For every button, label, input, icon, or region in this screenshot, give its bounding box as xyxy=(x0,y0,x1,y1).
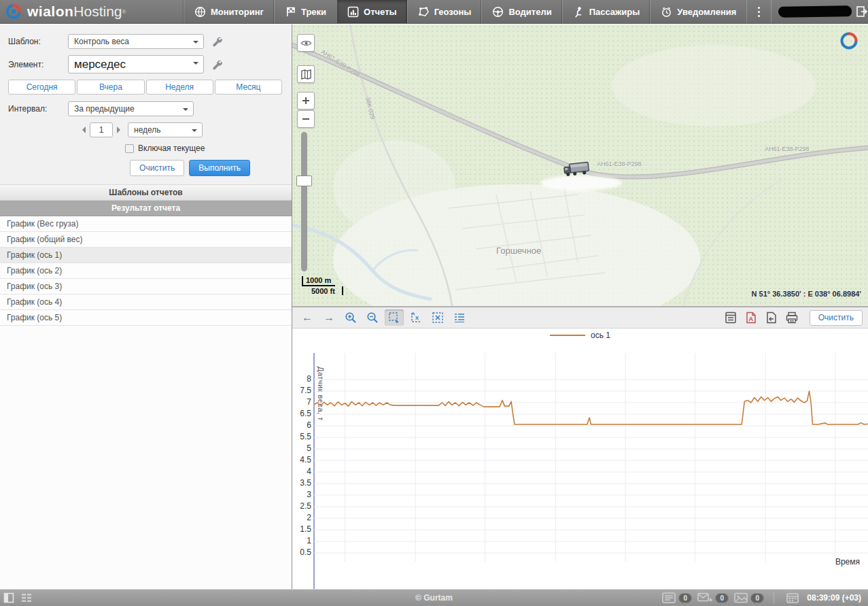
range-today-button[interactable]: Сегодня xyxy=(8,80,75,95)
template-select[interactable]: Контроль веса xyxy=(68,34,204,49)
range-month-button[interactable]: Месяц xyxy=(215,80,282,95)
template-label: Шаблон: xyxy=(8,37,68,46)
interval-label: Интервал: xyxy=(8,104,68,114)
template-wrench-icon[interactable] xyxy=(211,35,223,48)
chart-legend-button[interactable] xyxy=(450,309,469,326)
map-layers-button[interactable] xyxy=(297,65,315,83)
export-pdf-icon[interactable]: A xyxy=(744,311,758,324)
calendar-button[interactable] xyxy=(784,590,801,606)
range-week-button[interactable]: Неделя xyxy=(146,80,213,95)
chart-marquee-zoom-button[interactable] xyxy=(385,309,404,326)
interval-unit-value: недель xyxy=(134,125,161,135)
scale-metric: 1000 m xyxy=(302,276,335,286)
map-scale: 1000 m 5000 ft xyxy=(302,276,343,295)
tab-passengers[interactable]: Пассажиры xyxy=(562,0,650,23)
svg-text:A: A xyxy=(748,316,753,322)
bottom-grid-button[interactable] xyxy=(18,590,35,606)
interval-unit-select[interactable]: недель xyxy=(128,122,203,137)
result-item-axle-3[interactable]: График (ось 3) xyxy=(0,279,292,294)
unit-select[interactable]: мерседес xyxy=(68,55,204,73)
result-item-axle-4[interactable]: График (ось 4) xyxy=(0,294,292,310)
media-indicator[interactable]: 0 xyxy=(734,592,764,603)
result-item-cargo-weight[interactable]: График (Вес груза) xyxy=(0,216,292,232)
result-item-axle-1[interactable]: График (ось 1) xyxy=(0,248,292,263)
tab-notifications[interactable]: Уведомления xyxy=(650,0,746,23)
print-icon[interactable] xyxy=(785,311,799,324)
result-item-axle-2[interactable]: График (ось 2) xyxy=(0,263,292,279)
wialon-watermark-icon xyxy=(839,31,858,50)
alarm-clock-icon xyxy=(661,6,672,18)
interval-count-input[interactable] xyxy=(90,122,113,137)
export-file-icon[interactable] xyxy=(765,311,778,324)
chart-fit-button[interactable] xyxy=(428,309,447,326)
messages-count-badge: 0 xyxy=(715,593,729,603)
zoom-out-button[interactable] xyxy=(297,110,315,128)
messages-indicator[interactable]: 0 xyxy=(697,592,729,603)
increment-arrow-icon[interactable] xyxy=(117,127,124,133)
top-navigation: wialonHosting® Мониторинг Треки Отчеты Г… xyxy=(0,0,868,24)
map-view[interactable]: АН61-Е38-Р298 38К-029 АН61-Е38-Р298 АН61… xyxy=(292,24,868,306)
chart-back-button[interactable]: ← xyxy=(298,309,317,326)
tab-tracks-label: Треки xyxy=(301,7,326,17)
export-table-icon[interactable] xyxy=(724,311,737,324)
tab-notifications-label: Уведомления xyxy=(677,7,736,17)
scale-imperial: 5000 ft xyxy=(302,286,343,295)
tab-passengers-label: Пассажиры xyxy=(589,7,640,17)
user-menu[interactable] xyxy=(771,0,868,23)
collapse-panel-button[interactable] xyxy=(0,590,18,606)
globe-icon xyxy=(194,6,206,18)
tab-geofences[interactable]: Геозоны xyxy=(407,0,482,23)
execute-report-button[interactable]: Выполнить xyxy=(189,160,250,176)
range-yesterday-button[interactable]: Вчера xyxy=(77,80,144,95)
logout-icon[interactable] xyxy=(856,5,868,18)
server-time: 08:39:09 (+03) xyxy=(807,593,861,603)
chart-clear-button[interactable]: Очистить xyxy=(810,310,863,326)
section-report-result[interactable]: Результат отчета xyxy=(0,201,292,216)
chart-forward-button[interactable]: → xyxy=(319,309,338,326)
more-menu-button[interactable] xyxy=(746,0,771,23)
result-item-axle-5[interactable]: График (ось 5) xyxy=(0,310,292,326)
road-label-right: АН61-Е38-Р298 xyxy=(765,146,810,152)
minus-icon xyxy=(301,114,311,124)
tab-geofences-label: Геозоны xyxy=(434,7,472,17)
include-current-label: Включая текущее xyxy=(138,144,205,153)
brand-logo[interactable]: wialonHosting® xyxy=(0,0,184,23)
media-count-badge: 0 xyxy=(750,593,764,603)
folded-map-icon xyxy=(300,69,312,80)
template-select-value: Контроль веса xyxy=(74,37,129,46)
report-controls: Шаблон: Контроль веса Элемент: мерседес … xyxy=(0,24,292,185)
chart-zoom-in-button[interactable] xyxy=(341,309,360,326)
tab-reports[interactable]: Отчеты xyxy=(336,0,407,23)
zoom-slider-handle[interactable] xyxy=(296,175,312,186)
visibility-eye-button[interactable] xyxy=(297,34,315,52)
chart-zoom-out-button[interactable] xyxy=(363,309,382,326)
zoom-in-button[interactable] xyxy=(297,92,315,110)
include-current-checkbox[interactable] xyxy=(125,144,134,153)
reports-queue-indicator[interactable]: 0 xyxy=(662,592,692,603)
unit-wrench-icon[interactable] xyxy=(211,58,223,71)
section-report-templates[interactable]: Шаблоны отчетов xyxy=(0,185,292,201)
unit-select-value: мерседес xyxy=(74,58,126,71)
road-label-center: АН61-Е38-Р298 xyxy=(597,161,642,167)
report-chart-icon xyxy=(347,6,359,18)
chart-legend: ось 1 xyxy=(292,331,868,340)
decrement-arrow-icon[interactable] xyxy=(79,127,86,133)
chart-plot-area[interactable]: ось 1 Датчик веса, т 0.511.522.533.544.5… xyxy=(292,329,868,590)
result-item-total-weight[interactable]: График (общий вес) xyxy=(0,232,292,248)
envelope-icon xyxy=(697,592,712,603)
tab-drivers[interactable]: Водители xyxy=(481,0,561,23)
calendar-icon xyxy=(786,592,799,603)
chart-x-axis-zoom-button[interactable]: x xyxy=(406,309,426,326)
interval-type-select[interactable]: За предыдущие xyxy=(68,101,194,116)
svg-text:x: x xyxy=(415,314,419,321)
chart-plot[interactable] xyxy=(314,353,868,562)
interval-stepper: недель xyxy=(79,122,283,137)
truck-marker[interactable] xyxy=(562,159,592,178)
include-current-row: Включая текущее xyxy=(125,144,283,153)
tab-monitoring[interactable]: Мониторинг xyxy=(184,0,274,23)
tab-tracks[interactable]: Треки xyxy=(274,0,336,23)
clear-report-button[interactable]: Очистить xyxy=(130,160,184,176)
zoom-slider-track[interactable] xyxy=(301,132,307,271)
geofence-icon xyxy=(418,6,430,18)
passenger-icon xyxy=(573,6,585,18)
